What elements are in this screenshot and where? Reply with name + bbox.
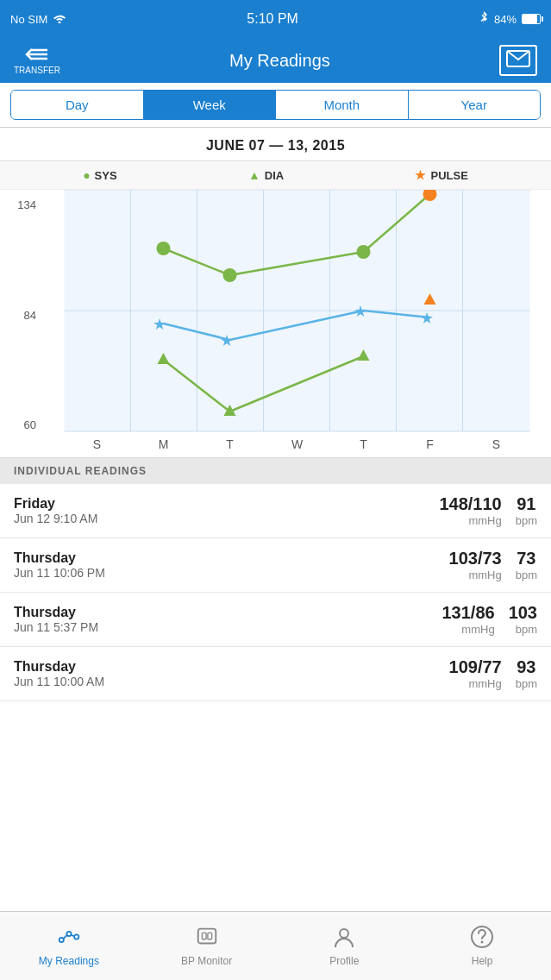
y-label-134: 134: [17, 198, 36, 211]
reading-left-2: Thursday Jun 11 5:37 PM: [14, 605, 98, 634]
reading-left-3: Thursday Jun 11 10:00 AM: [14, 659, 104, 688]
reading-pulse-3: 93 bpm: [516, 657, 537, 690]
help-icon: [470, 925, 494, 952]
reading-pulse-1: 73 bpm: [516, 549, 537, 581]
reading-pulse-val-0: 91: [516, 494, 537, 514]
tab-profile[interactable]: Profile: [276, 925, 414, 967]
svg-rect-39: [202, 933, 206, 939]
svg-text:★: ★: [420, 310, 434, 327]
reading-bp-unit-1: mmHg: [449, 569, 502, 581]
legend-dia: ▲ DIA: [248, 168, 284, 182]
svg-line-36: [63, 935, 66, 939]
tab-help-label: Help: [472, 955, 493, 967]
tab-day[interactable]: Day: [11, 91, 144, 119]
reading-row[interactable]: Thursday Jun 11 10:06 PM 103/73 mmHg 73 …: [0, 538, 551, 593]
reading-day-0: Friday: [14, 496, 97, 512]
sys-symbol: ●: [83, 168, 90, 182]
svg-point-14: [157, 242, 171, 255]
pulse-label: PULSE: [430, 169, 467, 182]
battery-icon: [522, 14, 541, 24]
period-tabs: Day Week Month Year: [10, 90, 541, 120]
reading-bp-val-1: 103/73: [449, 549, 502, 569]
svg-text:★: ★: [153, 316, 166, 333]
transfer-label: TRANSFER: [14, 66, 60, 75]
reading-bp-val-2: 131/86: [441, 603, 494, 623]
reading-row[interactable]: Friday Jun 12 9:10 AM 148/110 mmHg 91 bp…: [0, 484, 551, 538]
reading-pulse-unit-1: bpm: [516, 569, 537, 581]
reading-pulse-unit-0: bpm: [516, 514, 537, 527]
status-right: 84%: [479, 11, 541, 28]
bp-monitor-icon: [195, 925, 219, 952]
tab-week[interactable]: Week: [144, 91, 277, 119]
dia-label: DIA: [265, 169, 284, 182]
status-bar: No SIM 5:10 PM 84%: [0, 0, 551, 38]
tab-year[interactable]: Year: [409, 91, 541, 119]
pulse-symbol: ★: [415, 168, 426, 182]
reading-bp-unit-3: mmHg: [449, 677, 502, 690]
bottom-tab-bar: My Readings BP Monitor Profile: [0, 911, 551, 980]
reading-pulse-val-3: 93: [516, 657, 537, 677]
svg-text:W: W: [291, 437, 304, 451]
tab-help[interactable]: Help: [413, 925, 551, 967]
chart-legend: ● SYS ▲ DIA ★ PULSE: [0, 161, 551, 190]
tabs-container: Day Week Month Year: [0, 90, 551, 128]
reading-left-1: Thursday Jun 11 10:06 PM: [14, 550, 105, 580]
reading-day-1: Thursday: [14, 550, 105, 566]
chart-container: ● SYS ▲ DIA ★ PULSE 134 84 60: [0, 160, 551, 458]
tab-profile-label: Profile: [329, 955, 359, 967]
mail-button[interactable]: [499, 45, 537, 76]
reading-day-3: Thursday: [14, 659, 104, 675]
reading-pulse-2: 103 bpm: [509, 603, 537, 636]
reading-right-2: 131/86 mmHg 103 bpm: [441, 603, 537, 636]
tab-month[interactable]: Month: [276, 91, 409, 119]
legend-pulse: ★ PULSE: [415, 168, 467, 182]
tab-my-readings-label: My Readings: [39, 955, 99, 967]
svg-text:★: ★: [354, 303, 367, 320]
dia-symbol: ▲: [248, 168, 260, 182]
reading-bp-0: 148/110 mmHg: [439, 494, 501, 527]
reading-pulse-0: 91 bpm: [516, 494, 537, 527]
reading-row[interactable]: Thursday Jun 11 5:37 PM 131/86 mmHg 103 …: [0, 593, 551, 647]
svg-text:S: S: [93, 437, 101, 451]
svg-point-16: [357, 245, 371, 259]
reading-date-0: Jun 12 9:10 AM: [14, 512, 97, 525]
readings-header: INDIVIDUAL READINGS: [0, 458, 551, 484]
reading-row[interactable]: Thursday Jun 11 10:00 AM 109/77 mmHg 93 …: [0, 647, 551, 701]
reading-right-1: 103/73 mmHg 73 bpm: [449, 549, 537, 581]
reading-date-1: Jun 11 10:06 PM: [14, 566, 105, 580]
reading-date-2: Jun 11 5:37 PM: [14, 620, 98, 634]
status-time: 5:10 PM: [247, 11, 298, 27]
reading-pulse-val-2: 103: [509, 603, 537, 623]
reading-bp-3: 109/77 mmHg: [449, 657, 502, 690]
reading-bp-val-0: 148/110: [439, 494, 501, 514]
svg-point-15: [223, 268, 237, 282]
tab-bp-monitor[interactable]: BP Monitor: [138, 925, 276, 967]
page-title: My Readings: [229, 51, 330, 71]
reading-right-0: 148/110 mmHg 91 bpm: [439, 494, 537, 527]
svg-point-43: [481, 941, 484, 944]
tab-bp-monitor-label: BP Monitor: [181, 955, 232, 967]
svg-point-35: [74, 934, 78, 939]
transfer-icon: [25, 47, 49, 64]
readings-list: Friday Jun 12 9:10 AM 148/110 mmHg 91 bp…: [0, 484, 551, 701]
legend-sys: ● SYS: [83, 168, 116, 182]
reading-bp-val-3: 109/77: [449, 657, 502, 677]
reading-pulse-unit-2: bpm: [509, 623, 537, 636]
carrier-label: No SIM: [10, 13, 47, 26]
y-label-84: 84: [24, 309, 36, 322]
wifi-icon: [53, 13, 66, 26]
svg-text:T: T: [360, 437, 367, 451]
reading-bp-2: 131/86 mmHg: [441, 603, 494, 636]
nav-bar: TRANSFER My Readings: [0, 38, 551, 83]
svg-point-41: [340, 929, 348, 938]
transfer-button[interactable]: TRANSFER: [14, 47, 60, 75]
reading-left-0: Friday Jun 12 9:10 AM: [14, 496, 97, 525]
reading-date-3: Jun 11 10:00 AM: [14, 675, 104, 688]
chart-svg: ★ ★ ★ ★ S M T W T F S: [43, 190, 551, 457]
tab-my-readings[interactable]: My Readings: [0, 925, 138, 967]
date-range: JUNE 07 — 13, 2015: [0, 128, 551, 160]
status-left: No SIM: [10, 13, 66, 26]
reading-bp-1: 103/73 mmHg: [449, 549, 502, 581]
svg-text:T: T: [226, 437, 234, 451]
svg-rect-38: [197, 929, 216, 944]
